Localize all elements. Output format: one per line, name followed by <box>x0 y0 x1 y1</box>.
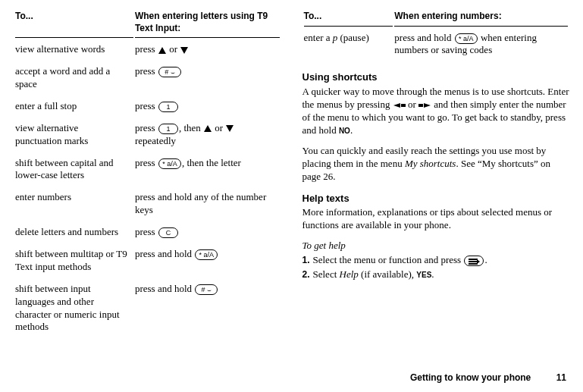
table-row: enter a p (pause) press and hold * a/A w… <box>304 28 569 61</box>
star-key-icon: * a/A <box>158 158 181 169</box>
table-header-to: To... <box>15 11 133 38</box>
row-to: shift between capital and lower-case let… <box>15 153 133 187</box>
row-action: press * a/A, then the letter <box>135 153 280 187</box>
table-row: shift between capital and lower-case let… <box>15 153 280 187</box>
table-row: shift between input languages and other … <box>15 279 280 338</box>
arrow-right-icon <box>418 99 431 110</box>
arrow-left-icon <box>393 99 406 110</box>
row-action: press C <box>135 222 280 243</box>
table-row: delete letters and numbers press C <box>15 222 280 243</box>
row-action: press 1 <box>135 96 280 117</box>
row-to: accept a word and add a space <box>15 61 133 95</box>
help-steps: Select the menu or function and press . … <box>302 254 570 281</box>
table-row: view alternative punctuation marks press… <box>15 118 280 152</box>
one-key-icon: 1 <box>158 102 178 112</box>
table-header-to: To... <box>304 11 393 27</box>
table-row: accept a word and add a space press # ⌣ <box>15 61 280 95</box>
star-key-icon: * a/A <box>455 33 478 44</box>
help-subheading: To get help <box>302 240 570 252</box>
arrow-up-icon <box>204 125 212 132</box>
t9-input-table: To... When entering letters using T9 Tex… <box>14 9 281 339</box>
row-action: press or <box>135 39 280 60</box>
table-row: view alternative words press or <box>15 39 280 60</box>
help-p1: More information, explanations or tips a… <box>302 206 570 232</box>
table-row: enter a full stop press 1 <box>15 96 280 117</box>
footer-chapter: Getting to know your phone <box>410 372 531 383</box>
table-header-action: When entering letters using T9 Text Inpu… <box>135 11 280 38</box>
table-row: enter numbers press and hold any of the … <box>15 187 280 221</box>
row-action: press and hold any of the number keys <box>135 187 280 221</box>
hash-key-icon: # ⌣ <box>195 284 218 295</box>
arrow-down-icon <box>180 47 188 54</box>
page-footer: Getting to know your phone 11 <box>410 372 566 384</box>
footer-page-number: 11 <box>556 372 566 383</box>
step-1: Select the menu or function and press . <box>302 254 570 267</box>
t9-input-rows: view alternative words press or accept a… <box>15 39 280 337</box>
c-key-icon: C <box>158 227 178 238</box>
row-to: shift between multitap or T9 Text input … <box>15 244 133 278</box>
star-key-icon: * a/A <box>195 249 218 260</box>
row-action: press and hold # ⌣ <box>135 279 280 338</box>
numbers-table: To... When entering numbers: enter a p (… <box>302 9 570 62</box>
arrow-down-icon <box>226 125 234 132</box>
one-key-icon: 1 <box>158 124 178 134</box>
shortcuts-p2: You can quickly and easily reach the set… <box>302 145 570 183</box>
numbers-rows: enter a p (pause) press and hold * a/A w… <box>304 28 569 61</box>
row-action: press 1, then or repeatedly <box>135 118 280 152</box>
row-to: view alternative punctuation marks <box>15 118 133 152</box>
row-action: press and hold * a/A <box>135 244 280 278</box>
row-to: view alternative words <box>15 39 133 60</box>
table-row: shift between multitap or T9 Text input … <box>15 244 280 278</box>
menu-key-icon <box>464 256 484 266</box>
step-2: Select Help (if available), YES. <box>302 268 570 281</box>
shortcuts-p1: A quicker way to move through the menus … <box>302 86 570 137</box>
shortcuts-heading: Using shortcuts <box>302 71 570 84</box>
row-to: enter a p (pause) <box>304 28 393 61</box>
row-action: press and hold * a/A when entering numbe… <box>394 28 568 61</box>
row-to: enter a full stop <box>15 96 133 117</box>
table-header-action: When entering numbers: <box>394 11 568 27</box>
row-to: enter numbers <box>15 187 133 221</box>
help-heading: Help texts <box>302 193 570 205</box>
hash-key-icon: # ⌣ <box>158 67 181 77</box>
row-to: shift between input languages and other … <box>15 279 133 338</box>
row-action: press # ⌣ <box>135 61 280 95</box>
row-to: delete letters and numbers <box>15 222 133 243</box>
arrow-up-icon <box>158 47 166 54</box>
